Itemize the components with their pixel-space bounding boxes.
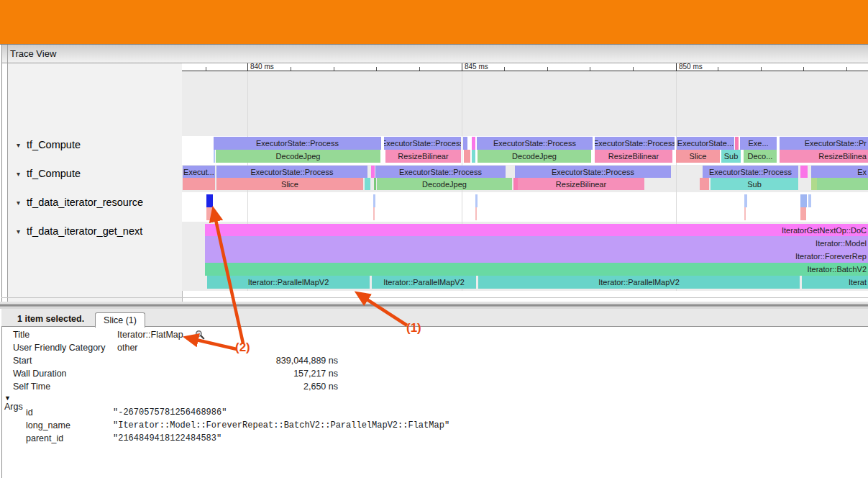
ruler-tick-minor: [761, 67, 762, 71]
trace-slice[interactable]: Iterator::Model: [205, 236, 868, 250]
trace-slice[interactable]: ExecutorState::Process: [515, 166, 671, 178]
field-label: Title: [13, 330, 29, 340]
details-field-row: Self Time2,650 ns: [0, 382, 868, 393]
ruler-tick-minor: [718, 67, 718, 71]
trace-slice[interactable]: Exe...: [740, 137, 777, 150]
trace-slice[interactable]: ExecutorState::Process: [477, 137, 593, 150]
annotation-label-2: (2): [235, 341, 250, 355]
field-value: 2,650 ns: [117, 382, 338, 392]
trace-slice[interactable]: ResizeBilinear: [595, 150, 672, 163]
trace-slice[interactable]: [206, 194, 213, 207]
trace-slice[interactable]: [811, 178, 817, 190]
trace-slice[interactable]: Slice: [216, 178, 363, 190]
trace-slice[interactable]: [365, 178, 370, 190]
trace-slice[interactable]: [735, 137, 739, 150]
trace-slice[interactable]: [373, 207, 375, 220]
trace-slice[interactable]: [808, 194, 811, 207]
ruler-tick-minor: [633, 67, 634, 71]
arg-value: "2164849418122484583": [113, 433, 221, 443]
trace-slice[interactable]: ExecutorState::Process: [384, 137, 461, 150]
trace-slice[interactable]: [744, 194, 747, 207]
trace-slice[interactable]: [371, 166, 375, 178]
details-panel: TitleIterator::FlatMapUser Friendly Cate…: [0, 327, 868, 478]
trace-slice[interactable]: Execut...: [183, 166, 215, 178]
trace-slice[interactable]: [214, 150, 215, 163]
trace-slice[interactable]: ExecutorState...: [677, 137, 734, 150]
trace-slice[interactable]: [800, 207, 806, 220]
trace-slice[interactable]: Deco...: [744, 150, 777, 163]
trace-slice[interactable]: [475, 194, 478, 207]
trace-slice[interactable]: Sub: [721, 150, 741, 163]
trace-slice[interactable]: ExecutorState::Process: [595, 137, 675, 150]
trace-slice[interactable]: ResizeBilinear: [385, 150, 461, 163]
trace-slice[interactable]: Iterator::ParallelMapV2: [478, 276, 800, 289]
field-label: Start: [13, 356, 32, 366]
trace-slice[interactable]: ExecutorState::Pr: [780, 137, 868, 150]
trace-slice[interactable]: [183, 178, 215, 190]
ruler-tick-minor: [803, 67, 804, 71]
details-field-row: Wall Duration157,217 ns: [0, 369, 868, 380]
ruler-tick-major: [676, 63, 677, 71]
arg-value: "Iterator::Model::ForeverRepeat::BatchV2…: [113, 420, 449, 430]
field-value: Iterator::FlatMap: [117, 330, 183, 340]
details-field-row: TitleIterator::FlatMap: [0, 330, 868, 341]
ruler-tick-minor: [419, 67, 420, 71]
trace-slice[interactable]: DecodeJpeg: [216, 150, 380, 163]
trace-slice[interactable]: [472, 137, 475, 150]
trace-slice[interactable]: ExecutorState::Process: [214, 137, 381, 150]
panel-splitter[interactable]: [0, 302, 868, 309]
trace-slice[interactable]: [817, 178, 868, 190]
trace-slice[interactable]: DecodeJpeg: [478, 150, 591, 163]
trace-slice[interactable]: ExecutorState::Process: [703, 166, 798, 178]
trace-slice[interactable]: Iterator::ParallelMapV2: [207, 276, 370, 289]
trace-slice[interactable]: ExecutorState::Process: [375, 166, 506, 178]
trace-slice[interactable]: [206, 207, 213, 220]
ruler-tick-minor: [846, 67, 847, 71]
trace-slice[interactable]: [463, 137, 467, 150]
trace-slice[interactable]: Iterator::BatchV2: [205, 263, 868, 276]
trace-slice[interactable]: [373, 194, 375, 207]
trace-slice[interactable]: [374, 178, 376, 190]
trace-slice[interactable]: IteratorGetNextOp::DoC: [205, 224, 868, 236]
arg-key: parent_id: [26, 433, 63, 443]
tab-slice[interactable]: Slice (1): [95, 312, 145, 328]
details-arg-row: parent_id"2164849418122484583": [0, 433, 868, 445]
trace-slice[interactable]: ResizeBilinear: [518, 178, 644, 190]
field-value: other: [117, 343, 138, 353]
trace-slice[interactable]: Slice: [676, 150, 720, 163]
trace-slice[interactable]: [700, 178, 709, 190]
field-label: Self Time: [13, 382, 50, 392]
ruler-tick-label: 850 ms: [679, 63, 703, 71]
trace-slice[interactable]: [800, 194, 807, 207]
details-arg-row: id"-2670575781256468986": [0, 407, 868, 419]
trace-slice[interactable]: Ex: [811, 166, 868, 178]
details-field-row: User Friendly Categoryother: [0, 343, 868, 354]
ruler-tick-major: [247, 63, 248, 71]
field-value: 839,044,889 ns: [117, 356, 338, 366]
details-arg-row: long_name"Iterator::Model::ForeverRepeat…: [0, 420, 868, 432]
trace-slice[interactable]: DecodeJpeg: [377, 178, 512, 190]
magnifier-icon[interactable]: [195, 330, 205, 340]
field-value: 157,217 ns: [117, 369, 338, 379]
trace-slice[interactable]: [800, 166, 808, 178]
trace-slice[interactable]: [475, 207, 477, 220]
trace-slice[interactable]: Iterator::ParallelMapV2: [372, 276, 476, 289]
trace-slice[interactable]: Iterator::ForeverRep: [205, 250, 868, 263]
trace-slice[interactable]: [464, 150, 470, 163]
ruler-tick-label: 845 ms: [465, 63, 488, 71]
trace-slice[interactable]: [744, 207, 746, 220]
trace-slice[interactable]: ExecutorState::Process: [216, 166, 367, 178]
trace-slice[interactable]: Iterat: [802, 276, 868, 289]
track-background: [182, 192, 868, 222]
trace-slice[interactable]: Sub: [711, 178, 798, 190]
ruler-tick-minor: [590, 67, 590, 71]
ruler-tick-minor: [376, 67, 377, 71]
trace-slice[interactable]: [472, 150, 475, 163]
trace-viewer-window: Trace View ▾tf_Compute▾tf_Compute▾tf_dat…: [0, 0, 868, 478]
annotation-label-1: (1): [406, 321, 421, 335]
trace-slice[interactable]: ResizeBilinea: [780, 150, 868, 163]
selection-count: 1 item selected.: [17, 314, 84, 324]
ruler-tick-minor: [547, 67, 548, 71]
field-label: User Friendly Category: [13, 343, 106, 353]
divider: [1, 297, 868, 298]
